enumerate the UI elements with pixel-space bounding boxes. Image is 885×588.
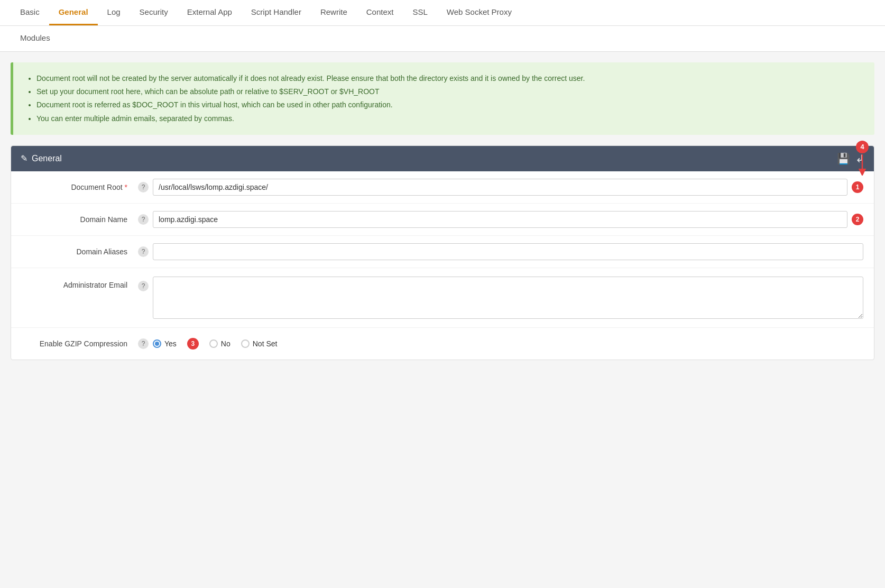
tab-security[interactable]: Security [130, 0, 178, 25]
label-document-root: Document Root * [22, 183, 138, 191]
badge-2: 2 [852, 214, 863, 225]
tab-script-handler[interactable]: Script Handler [242, 0, 311, 25]
domain-name-input-wrap: 2 [153, 211, 863, 228]
gzip-no-radio[interactable] [209, 339, 218, 348]
tab-external-app[interactable]: External App [178, 0, 242, 25]
domain-aliases-input[interactable] [153, 243, 863, 260]
badge-1: 1 [852, 181, 863, 193]
form-row-document-root: Document Root * ? 1 [11, 171, 874, 204]
gzip-yes-option[interactable]: Yes [153, 339, 177, 348]
control-admin-email: ? [138, 277, 863, 319]
domain-name-input[interactable] [153, 211, 847, 228]
gzip-radio-group: Yes 3 No Not Set [153, 338, 863, 350]
gzip-no-option[interactable]: No [209, 339, 231, 348]
info-bullet-2: Set up your document root here, which ca… [36, 85, 862, 98]
tab-context[interactable]: Context [357, 0, 403, 25]
gzip-no-label: No [221, 339, 231, 348]
info-bullet-4: You can enter multiple admin emails, sep… [36, 112, 862, 125]
gzip-notset-radio[interactable] [241, 339, 250, 348]
required-star: * [125, 183, 127, 191]
form-row-domain-name: Domain Name ? 2 [11, 204, 874, 236]
control-gzip: ? Yes 3 No Not Set [138, 338, 863, 350]
section-header-wrapper: ✎ General 💾 ↲ 4 [11, 146, 874, 171]
label-domain-aliases: Domain Aliases [22, 247, 138, 256]
tab-general[interactable]: General [49, 0, 98, 25]
section-header: ✎ General 💾 ↲ [11, 146, 874, 171]
label-admin-email: Administrator Email [22, 277, 138, 289]
tab-websocket-proxy[interactable]: Web Socket Proxy [437, 0, 521, 25]
help-icon-domain-name[interactable]: ? [138, 214, 149, 225]
form-body: Document Root * ? 1 Domain Name ? 2 [11, 171, 874, 360]
admin-email-textarea[interactable] [153, 277, 863, 319]
section-header-left: ✎ General [21, 153, 62, 163]
form-row-admin-email: Administrator Email ? [11, 268, 874, 328]
help-icon-domain-aliases[interactable]: ? [138, 246, 149, 257]
gzip-yes-label: Yes [164, 339, 177, 348]
form-row-domain-aliases: Domain Aliases ? [11, 236, 874, 268]
badge-3: 3 [187, 338, 199, 350]
label-domain-name: Domain Name [22, 215, 138, 224]
gzip-notset-label: Not Set [253, 339, 278, 348]
edit-icon: ✎ [21, 153, 27, 163]
info-bullet-1: Document root will not be created by the… [36, 72, 862, 85]
section-header-right: 💾 ↲ [837, 152, 864, 165]
tab-rewrite[interactable]: Rewrite [311, 0, 357, 25]
tab-ssl[interactable]: SSL [403, 0, 437, 25]
info-box: Document root will not be created by the… [11, 62, 874, 135]
label-gzip: Enable GZIP Compression [22, 339, 138, 348]
section-title: General [32, 154, 62, 163]
control-document-root: ? 1 [138, 179, 863, 196]
tab-modules[interactable]: Modules [11, 26, 60, 51]
tab-basic[interactable]: Basic [11, 0, 49, 25]
gzip-notset-option[interactable]: Not Set [241, 339, 278, 348]
control-domain-aliases: ? [138, 243, 863, 260]
save-button[interactable]: 💾 [837, 152, 850, 165]
tab-log[interactable]: Log [98, 0, 130, 25]
form-row-gzip: Enable GZIP Compression ? Yes 3 No [11, 328, 874, 360]
document-root-input-wrap: 1 [153, 179, 863, 196]
gzip-yes-dot [155, 342, 159, 346]
cancel-button[interactable]: ↲ [855, 152, 864, 165]
general-section: ✎ General 💾 ↲ 4 Doc [11, 145, 874, 360]
info-bullet-3: Document root is referred as $DOC_ROOT i… [36, 98, 862, 112]
document-root-input[interactable] [153, 179, 847, 196]
help-icon-admin-email[interactable]: ? [138, 281, 149, 291]
tabs-row1: Basic General Log Security External App … [11, 0, 874, 25]
gzip-yes-radio[interactable] [153, 339, 161, 348]
help-icon-gzip[interactable]: ? [138, 338, 149, 349]
tabs-row2: Modules [0, 26, 885, 52]
help-icon-document-root[interactable]: ? [138, 182, 149, 192]
control-domain-name: ? 2 [138, 211, 863, 228]
